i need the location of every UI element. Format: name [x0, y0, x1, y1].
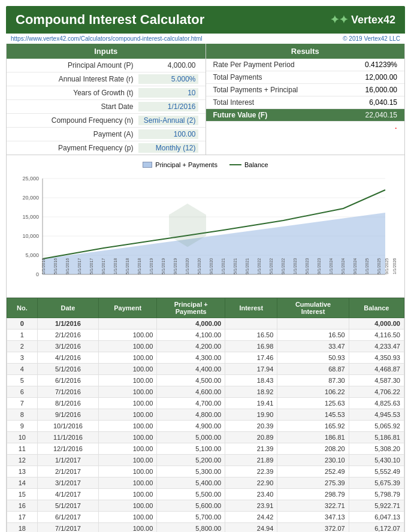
- svg-text:1/1/2019: 1/1/2019: [149, 258, 153, 274]
- svg-text:5/1/2018: 5/1/2018: [125, 258, 129, 274]
- cell-interest: 19.90: [225, 409, 277, 421]
- cell-principal-payments: 5,100.00: [157, 443, 225, 455]
- result-row-totalpayments: Total Payments 12,000.00: [206, 71, 405, 84]
- input-label-rate: Annual Interest Rate (r): [14, 75, 138, 83]
- cell-no: 0: [7, 318, 38, 330]
- app-header: Compound Interest Calculator ✦✦ Vertex42…: [6, 6, 405, 44]
- svg-text:5/1/2016: 5/1/2016: [53, 258, 58, 274]
- svg-text:1/1/2018: 1/1/2018: [113, 258, 117, 274]
- amortization-table: No. Date Payment Principal +Payments Int…: [7, 298, 404, 532]
- inputs-results-panels: Inputs Principal Amount (P) 4,000.00 Ann…: [6, 44, 405, 155]
- cell-interest: 22.39: [225, 466, 277, 477]
- input-label-principal: Principal Amount (P): [14, 61, 138, 69]
- cell-payment: 100.00: [99, 364, 157, 375]
- legend-line-balance: [229, 164, 241, 165]
- cell-principal-payments: 4,100.00: [157, 330, 225, 341]
- cell-cumulative-interest: 322.71: [277, 500, 349, 512]
- result-value-rate: 0.41239%: [343, 61, 397, 69]
- cell-no: 10: [7, 432, 38, 443]
- cell-principal-payments: 5,500.00: [157, 489, 225, 500]
- cell-cumulative-interest: 87.30: [277, 375, 349, 386]
- input-value-compound: Semi-Annual (2): [138, 116, 198, 125]
- col-header-payment: Payment: [99, 298, 157, 318]
- input-row-payfreq: Payment Frequency (p) Monthly (12): [7, 141, 206, 155]
- cell-no: 1: [7, 330, 38, 341]
- svg-text:1/1/2022: 1/1/2022: [257, 258, 261, 274]
- cell-principal-payments: 4,500.00: [157, 375, 225, 386]
- cell-payment: 100.00: [99, 330, 157, 341]
- svg-text:5,000: 5,000: [25, 252, 39, 258]
- cell-cumulative-interest: 16.50: [277, 330, 349, 341]
- cell-balance: 5,186.81: [349, 432, 404, 443]
- table-row: 18 7/1/2017 100.00 5,800.00 24.94 372.07…: [7, 523, 404, 533]
- data-table-container: No. Date Payment Principal +Payments Int…: [6, 298, 405, 532]
- cell-balance: 4,350.93: [349, 352, 404, 364]
- input-row-years: Years of Growth (t) 10: [7, 86, 206, 100]
- input-value-years: 10: [138, 88, 198, 98]
- table-row: 0 1/1/2016 4,000.00 4,000.00: [7, 318, 404, 330]
- inputs-panel: Inputs Principal Amount (P) 4,000.00 Ann…: [7, 44, 206, 155]
- svg-text:1/1/2016: 1/1/2016: [41, 258, 46, 274]
- svg-text:9/1/2020: 9/1/2020: [209, 258, 213, 274]
- cell-principal-payments: 5,700.00: [157, 512, 225, 523]
- cell-principal-payments: 5,200.00: [157, 455, 225, 466]
- results-panel: Results Rate Per Payment Period 0.41239%…: [206, 44, 405, 155]
- input-label-payfreq: Payment Frequency (p): [14, 144, 138, 152]
- cell-cumulative-interest: 165.92: [277, 421, 349, 432]
- svg-text:5/1/2024: 5/1/2024: [341, 258, 345, 274]
- cell-interest: 17.94: [225, 364, 277, 375]
- input-row-principal: Principal Amount (P) 4,000.00: [7, 59, 206, 72]
- cell-interest: 18.92: [225, 386, 277, 398]
- input-row-rate: Annual Interest Rate (r) 5.000%: [7, 72, 206, 86]
- cell-no: 17: [7, 512, 38, 523]
- table-header-row: No. Date Payment Principal +Payments Int…: [7, 298, 404, 318]
- cell-principal-payments: 4,900.00: [157, 421, 225, 432]
- result-value-totalpayments: 12,000.00: [343, 73, 397, 81]
- col-header-no: No.: [7, 298, 38, 318]
- chart-legend: Principal + Payments Balance: [13, 161, 398, 168]
- cell-interest: 22.90: [225, 477, 277, 489]
- cell-interest: 16.50: [225, 330, 277, 341]
- cell-interest: 20.39: [225, 421, 277, 432]
- table-row: 15 4/1/2017 100.00 5,500.00 23.40 298.79…: [7, 489, 404, 500]
- cell-date: 4/1/2017: [37, 489, 98, 500]
- cell-no: 4: [7, 364, 38, 375]
- cell-cumulative-interest: 125.63: [277, 398, 349, 409]
- svg-text:9/1/2025: 9/1/2025: [385, 258, 389, 274]
- table-row: 14 3/1/2017 100.00 5,400.00 22.90 275.39…: [7, 477, 404, 489]
- cell-interest: 16.98: [225, 341, 277, 352]
- cell-interest: 17.46: [225, 352, 277, 364]
- input-value-rate: 5.000%: [138, 74, 198, 84]
- svg-text:1/1/2023: 1/1/2023: [293, 258, 297, 274]
- cell-payment: 100.00: [99, 500, 157, 512]
- cell-cumulative-interest: 230.10: [277, 455, 349, 466]
- svg-text:20,000: 20,000: [22, 195, 39, 201]
- cell-cumulative-interest: 252.49: [277, 466, 349, 477]
- cell-no: 6: [7, 386, 38, 398]
- cell-date: 7/1/2016: [37, 386, 98, 398]
- cell-balance: 4,825.63: [349, 398, 404, 409]
- cell-principal-payments: 5,300.00: [157, 466, 225, 477]
- table-row: 4 5/1/2016 100.00 4,400.00 17.94 68.87 4…: [7, 364, 404, 375]
- cell-payment: 100.00: [99, 523, 157, 533]
- cell-balance: 4,116.50: [349, 330, 404, 341]
- cell-balance: 6,172.07: [349, 523, 404, 533]
- cell-payment: 100.00: [99, 466, 157, 477]
- cell-payment: 100.00: [99, 352, 157, 364]
- cell-payment: 100.00: [99, 341, 157, 352]
- cell-no: 7: [7, 398, 38, 409]
- svg-text:9/1/2023: 9/1/2023: [317, 258, 321, 274]
- cell-date: 9/1/2016: [37, 409, 98, 421]
- table-row: 7 8/1/2016 100.00 4,700.00 19.41 125.63 …: [7, 398, 404, 409]
- cell-cumulative-interest: 372.07: [277, 523, 349, 533]
- cell-interest: 18.43: [225, 375, 277, 386]
- result-row-totalplusprincipal: Total Payments + Principal 16,000.00: [206, 84, 405, 96]
- result-label-futurevalue: Future Value (F): [213, 111, 344, 119]
- cell-no: 18: [7, 523, 38, 533]
- legend-label-balance: Balance: [244, 161, 268, 168]
- cell-balance: 5,922.71: [349, 500, 404, 512]
- table-row: 10 11/1/2016 100.00 5,000.00 20.89 186.8…: [7, 432, 404, 443]
- cell-principal-payments: 4,400.00: [157, 364, 225, 375]
- cell-cumulative-interest: 347.13: [277, 512, 349, 523]
- cell-date: 2/1/2017: [37, 466, 98, 477]
